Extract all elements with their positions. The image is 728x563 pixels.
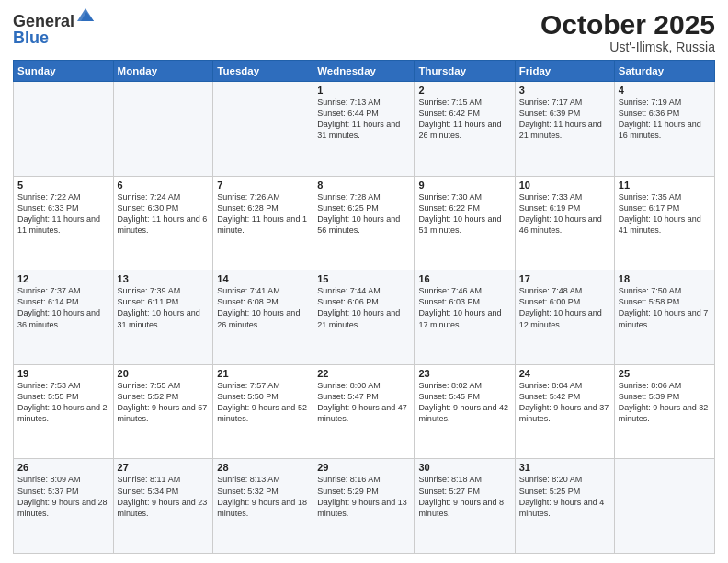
day-of-week-header: Monday: [113, 61, 213, 82]
day-number: 20: [118, 368, 210, 379]
day-info: Sunrise: 7:24 AMSunset: 6:30 PMDaylight:…: [118, 191, 210, 236]
calendar-day-cell: 11Sunrise: 7:35 AMSunset: 6:17 PMDayligh…: [614, 176, 714, 270]
calendar-day-cell: 23Sunrise: 8:02 AMSunset: 5:45 PMDayligh…: [415, 364, 515, 459]
day-of-week-header: Wednesday: [313, 61, 415, 82]
day-info: Sunrise: 7:28 AMSunset: 6:25 PMDaylight:…: [317, 191, 410, 236]
calendar-week-row: 1Sunrise: 7:13 AMSunset: 6:44 PMDaylight…: [14, 82, 715, 177]
day-info: Sunrise: 7:19 AMSunset: 6:36 PMDaylight:…: [619, 97, 711, 142]
calendar-week-row: 19Sunrise: 7:53 AMSunset: 5:55 PMDayligh…: [14, 364, 715, 459]
day-info: Sunrise: 8:11 AMSunset: 5:34 PMDaylight:…: [118, 474, 210, 519]
calendar-day-cell: 8Sunrise: 7:28 AMSunset: 6:25 PMDaylight…: [313, 176, 415, 270]
calendar-title: October 2025: [540, 9, 715, 40]
calendar-day-cell: 5Sunrise: 7:22 AMSunset: 6:33 PMDaylight…: [14, 176, 114, 270]
day-info: Sunrise: 8:20 AMSunset: 5:25 PMDaylight:…: [519, 474, 610, 519]
calendar-day-cell: 3Sunrise: 7:17 AMSunset: 6:39 PMDaylight…: [515, 82, 614, 177]
day-info: Sunrise: 7:33 AMSunset: 6:19 PMDaylight:…: [519, 191, 610, 236]
day-info: Sunrise: 8:00 AMSunset: 5:47 PMDaylight:…: [317, 380, 410, 425]
day-number: 29: [317, 462, 410, 473]
day-info: Sunrise: 7:46 AMSunset: 6:03 PMDaylight:…: [418, 285, 510, 330]
day-number: 1: [317, 85, 410, 96]
calendar-day-cell: 16Sunrise: 7:46 AMSunset: 6:03 PMDayligh…: [415, 270, 515, 365]
header: General Blue October 2025 Ust'-Ilimsk, R…: [13, 9, 715, 54]
calendar-day-cell: 1Sunrise: 7:13 AMSunset: 6:44 PMDaylight…: [313, 82, 415, 177]
calendar-day-cell: 19Sunrise: 7:53 AMSunset: 5:55 PMDayligh…: [14, 364, 114, 459]
calendar-day-cell: 27Sunrise: 8:11 AMSunset: 5:34 PMDayligh…: [113, 459, 213, 554]
calendar-day-cell: [614, 459, 714, 554]
day-of-week-header: Sunday: [14, 61, 114, 82]
calendar-day-cell: 25Sunrise: 8:06 AMSunset: 5:39 PMDayligh…: [614, 364, 714, 459]
calendar-day-cell: 13Sunrise: 7:39 AMSunset: 6:11 PMDayligh…: [113, 270, 213, 365]
calendar-day-cell: 9Sunrise: 7:30 AMSunset: 6:22 PMDaylight…: [415, 176, 515, 270]
logo-icon: [77, 8, 94, 27]
logo-general-text: General: [13, 13, 74, 29]
day-number: 28: [217, 462, 309, 473]
calendar-day-cell: [213, 82, 313, 177]
day-number: 10: [519, 179, 610, 190]
day-number: 22: [317, 368, 410, 379]
day-info: Sunrise: 7:37 AMSunset: 6:14 PMDaylight:…: [17, 285, 109, 330]
day-info: Sunrise: 7:17 AMSunset: 6:39 PMDaylight:…: [519, 97, 610, 142]
day-number: 24: [519, 368, 610, 379]
day-number: 30: [418, 462, 510, 473]
day-number: 9: [418, 179, 510, 190]
day-number: 3: [519, 85, 610, 96]
calendar-day-cell: 10Sunrise: 7:33 AMSunset: 6:19 PMDayligh…: [515, 176, 614, 270]
day-number: 26: [17, 462, 109, 473]
day-info: Sunrise: 8:13 AMSunset: 5:32 PMDaylight:…: [217, 474, 309, 519]
calendar-day-cell: 21Sunrise: 7:57 AMSunset: 5:50 PMDayligh…: [213, 364, 313, 459]
calendar-day-cell: 24Sunrise: 8:04 AMSunset: 5:42 PMDayligh…: [515, 364, 614, 459]
calendar-location: Ust'-Ilimsk, Russia: [540, 40, 715, 54]
day-info: Sunrise: 7:44 AMSunset: 6:06 PMDaylight:…: [317, 285, 410, 330]
day-info: Sunrise: 7:30 AMSunset: 6:22 PMDaylight:…: [418, 191, 510, 236]
day-info: Sunrise: 8:02 AMSunset: 5:45 PMDaylight:…: [418, 380, 510, 425]
day-info: Sunrise: 7:57 AMSunset: 5:50 PMDaylight:…: [217, 380, 309, 425]
day-number: 23: [418, 368, 510, 379]
calendar-header-row: SundayMondayTuesdayWednesdayThursdayFrid…: [14, 61, 715, 82]
calendar-day-cell: 15Sunrise: 7:44 AMSunset: 6:06 PMDayligh…: [313, 270, 415, 365]
day-of-week-header: Friday: [515, 61, 614, 82]
day-number: 5: [17, 179, 109, 190]
calendar-day-cell: 28Sunrise: 8:13 AMSunset: 5:32 PMDayligh…: [213, 459, 313, 554]
day-number: 31: [519, 462, 610, 473]
day-info: Sunrise: 8:06 AMSunset: 5:39 PMDaylight:…: [619, 380, 711, 425]
day-info: Sunrise: 7:26 AMSunset: 6:28 PMDaylight:…: [217, 191, 309, 236]
logo-blue-text: Blue: [13, 29, 49, 47]
day-number: 14: [217, 273, 309, 284]
calendar-day-cell: 4Sunrise: 7:19 AMSunset: 6:36 PMDaylight…: [614, 82, 714, 177]
calendar-day-cell: 20Sunrise: 7:55 AMSunset: 5:52 PMDayligh…: [113, 364, 213, 459]
day-number: 4: [619, 85, 711, 96]
day-info: Sunrise: 7:22 AMSunset: 6:33 PMDaylight:…: [17, 191, 109, 236]
page: General Blue October 2025 Ust'-Ilimsk, R…: [0, 0, 728, 563]
day-info: Sunrise: 7:48 AMSunset: 6:00 PMDaylight:…: [519, 285, 610, 330]
calendar-day-cell: 18Sunrise: 7:50 AMSunset: 5:58 PMDayligh…: [614, 270, 714, 365]
day-number: 11: [619, 179, 711, 190]
day-info: Sunrise: 7:39 AMSunset: 6:11 PMDaylight:…: [118, 285, 210, 330]
calendar-day-cell: 17Sunrise: 7:48 AMSunset: 6:00 PMDayligh…: [515, 270, 614, 365]
day-number: 21: [217, 368, 309, 379]
day-info: Sunrise: 8:04 AMSunset: 5:42 PMDaylight:…: [519, 380, 610, 425]
day-number: 16: [418, 273, 510, 284]
logo: General Blue: [13, 13, 94, 47]
calendar-day-cell: [14, 82, 114, 177]
calendar-day-cell: 30Sunrise: 8:18 AMSunset: 5:27 PMDayligh…: [415, 459, 515, 554]
day-info: Sunrise: 8:09 AMSunset: 5:37 PMDaylight:…: [17, 474, 109, 519]
day-number: 13: [118, 273, 210, 284]
day-number: 18: [619, 273, 711, 284]
day-of-week-header: Thursday: [415, 61, 515, 82]
day-info: Sunrise: 7:41 AMSunset: 6:08 PMDaylight:…: [217, 285, 309, 330]
day-number: 12: [17, 273, 109, 284]
day-number: 7: [217, 179, 309, 190]
day-of-week-header: Tuesday: [213, 61, 313, 82]
day-of-week-header: Saturday: [614, 61, 714, 82]
day-number: 27: [118, 462, 210, 473]
calendar-table: SundayMondayTuesdayWednesdayThursdayFrid…: [13, 60, 715, 554]
calendar-day-cell: 7Sunrise: 7:26 AMSunset: 6:28 PMDaylight…: [213, 176, 313, 270]
day-number: 17: [519, 273, 610, 284]
day-info: Sunrise: 8:16 AMSunset: 5:29 PMDaylight:…: [317, 474, 410, 519]
calendar-week-row: 12Sunrise: 7:37 AMSunset: 6:14 PMDayligh…: [14, 270, 715, 365]
day-number: 25: [619, 368, 711, 379]
day-info: Sunrise: 7:55 AMSunset: 5:52 PMDaylight:…: [118, 380, 210, 425]
title-block: October 2025 Ust'-Ilimsk, Russia: [540, 9, 715, 54]
day-info: Sunrise: 7:35 AMSunset: 6:17 PMDaylight:…: [619, 191, 711, 236]
day-info: Sunrise: 7:13 AMSunset: 6:44 PMDaylight:…: [317, 97, 410, 142]
